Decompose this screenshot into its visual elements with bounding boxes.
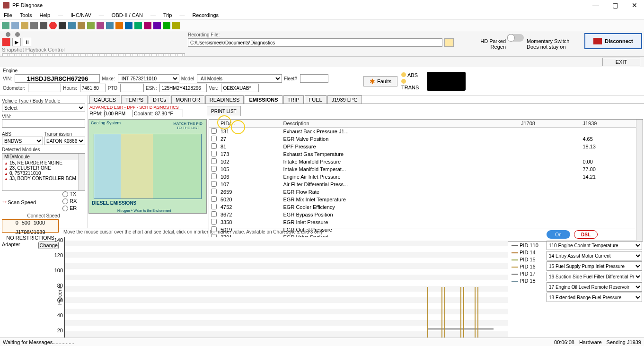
regen-toggle[interactable] xyxy=(507,34,524,42)
row-checkbox[interactable] xyxy=(211,158,217,164)
playback-slider[interactable] xyxy=(2,53,185,56)
tool-icon[interactable] xyxy=(11,22,19,29)
tab-gauges[interactable]: GAUGES xyxy=(89,95,120,104)
close-button[interactable]: ✕ xyxy=(632,1,637,9)
table-row[interactable]: 106Engine Air Inlet Pressure14.21 xyxy=(209,173,643,181)
tool-icon[interactable] xyxy=(2,22,9,29)
row-checkbox[interactable] xyxy=(211,219,217,225)
row-checkbox[interactable] xyxy=(211,173,217,179)
pause-button[interactable]: ⏸ xyxy=(23,38,31,46)
tab-monitor[interactable]: MONITOR xyxy=(171,95,204,104)
pid-select[interactable]: 17 Engine Oil Level Remote Reservoir xyxy=(547,282,642,292)
tab-readiness[interactable]: READINESS xyxy=(205,95,244,104)
tab-emissions[interactable]: EMISSIONS xyxy=(245,95,282,104)
print-list-button[interactable]: PRINT LIST xyxy=(207,106,241,116)
table-row[interactable]: 5020EGR Mix Inlet Temperature xyxy=(209,196,643,203)
tab-fuel[interactable]: FUEL xyxy=(305,95,326,104)
tool-icon[interactable] xyxy=(163,22,170,29)
faults-button[interactable]: ✱ Faults xyxy=(363,76,397,86)
module-item[interactable]: 33, BODY CONTROLLER BCM xyxy=(2,176,85,181)
row-checkbox[interactable] xyxy=(211,143,217,149)
row-checkbox[interactable] xyxy=(211,204,217,209)
tool-icon[interactable] xyxy=(40,22,47,29)
odo-input[interactable] xyxy=(28,84,61,92)
menu-ihcnav[interactable]: IHC/NAV xyxy=(71,12,91,18)
tool-icon[interactable] xyxy=(153,22,161,29)
table-row[interactable]: 105Intake Manifold Temperat...77.00 xyxy=(209,165,643,173)
table-row[interactable]: 131Exhaust Back Pressure J1... xyxy=(209,128,643,136)
scrollbar[interactable] xyxy=(636,120,643,241)
er-radio[interactable]: ER xyxy=(62,205,85,211)
rx-radio[interactable]: RX xyxy=(62,198,85,204)
table-row[interactable]: 3358EGR Inlet Pressure xyxy=(209,218,643,226)
record-button[interactable] xyxy=(2,38,10,46)
row-checkbox[interactable] xyxy=(211,196,217,202)
row-checkbox[interactable] xyxy=(211,189,217,194)
tool-icon[interactable] xyxy=(87,22,95,29)
module-list[interactable]: MID/Module 15, RETARDER ENGINE23, CLUSTE… xyxy=(2,153,85,191)
play-button[interactable]: ▶ xyxy=(12,38,21,46)
pid-select[interactable]: 18 Extended Range Fuel Pressure xyxy=(547,293,642,302)
module-item[interactable]: 15, RETARDER ENGINE xyxy=(2,160,85,165)
pto-input[interactable] xyxy=(120,84,144,92)
vin-input[interactable] xyxy=(15,74,100,83)
tool-icon[interactable] xyxy=(125,22,132,29)
row-checkbox[interactable] xyxy=(211,151,217,156)
tab-dtcs[interactable]: DTCs xyxy=(149,95,170,104)
table-row[interactable]: 107Air Filter Differential Press... xyxy=(209,181,643,188)
table-row[interactable]: 4752EGR Cooler Efficiency xyxy=(209,203,643,211)
row-checkbox[interactable] xyxy=(211,166,217,172)
trans-select[interactable]: EATON K086696! xyxy=(44,137,85,145)
exit-button[interactable]: EXIT xyxy=(602,58,640,66)
side-vin-input[interactable] xyxy=(2,119,85,128)
fleet-input[interactable] xyxy=(300,74,328,83)
record-icon[interactable] xyxy=(49,22,57,29)
minimize-button[interactable]: — xyxy=(592,1,599,9)
disconnect-button[interactable]: Disconnect xyxy=(584,33,642,49)
tool-icon[interactable] xyxy=(115,22,123,29)
make-select[interactable]: INT 7573211010 xyxy=(118,74,179,83)
tool-icon[interactable] xyxy=(68,22,76,29)
model-select[interactable]: All Models xyxy=(197,74,282,83)
row-checkbox[interactable] xyxy=(211,128,217,134)
pid-select[interactable]: 15 Fuel Supply Pump Inlet Pressure xyxy=(547,261,642,271)
maximize-button[interactable]: ▢ xyxy=(612,1,618,9)
row-checkbox[interactable] xyxy=(211,181,217,187)
recording-file-input[interactable] xyxy=(188,38,442,47)
module-item[interactable]: 0, 7573211010 xyxy=(2,171,85,176)
tx-radio[interactable]: TX xyxy=(62,191,85,197)
menu-file[interactable]: File xyxy=(4,12,12,18)
module-item[interactable]: 23, CLUSTER ONE xyxy=(2,165,85,171)
pid-select[interactable]: 16 Suction Side Fuel Filter Differential… xyxy=(547,272,642,281)
tool-icon[interactable] xyxy=(106,22,114,29)
menu-recordings[interactable]: Recordings xyxy=(192,12,219,18)
vehicle-type-select[interactable]: Select xyxy=(2,104,85,112)
tool-icon[interactable] xyxy=(21,22,28,29)
pid-select[interactable]: 14 Entry Assist Motor Current xyxy=(547,251,642,260)
pid-select[interactable]: 110 Engine Coolant Temperature xyxy=(547,241,642,250)
tool-icon[interactable] xyxy=(144,22,151,29)
table-row[interactable]: 102Intake Manifold Pressure0.00 xyxy=(209,158,643,165)
stop-icon[interactable] xyxy=(59,22,66,29)
menu-tools[interactable]: Tools xyxy=(20,12,32,18)
tool-icon[interactable] xyxy=(172,22,180,29)
menu-obdiican[interactable]: OBD-II / CAN xyxy=(112,12,143,18)
chart-plot[interactable]: Percent 140120100806040200 xyxy=(64,237,508,346)
table-row[interactable]: 2659EGR Flow Rate xyxy=(209,188,643,196)
esn-input[interactable] xyxy=(159,84,207,92)
hours-input[interactable] xyxy=(80,84,106,92)
table-row[interactable]: 81DPF Pressure18.13 xyxy=(209,143,643,150)
table-row[interactable]: 5019EGR Outlet Pressure xyxy=(209,226,643,234)
menu-help[interactable]: Help xyxy=(39,12,50,18)
tool-icon[interactable] xyxy=(97,22,104,29)
table-row[interactable]: 27EGR Valve Position4.65 xyxy=(209,135,643,143)
tool-icon[interactable] xyxy=(30,22,38,29)
tab-trip[interactable]: TRIP xyxy=(283,95,304,104)
row-checkbox[interactable] xyxy=(211,211,217,217)
abs-select[interactable]: BNDWS xyxy=(2,137,43,145)
tab-j1939lpg[interactable]: J1939 LPG xyxy=(327,95,362,104)
row-checkbox[interactable] xyxy=(211,226,217,232)
ver-input[interactable] xyxy=(221,84,259,92)
table-row[interactable]: 173Exhaust Gas Temperature xyxy=(209,150,643,158)
tool-icon[interactable] xyxy=(134,22,142,29)
